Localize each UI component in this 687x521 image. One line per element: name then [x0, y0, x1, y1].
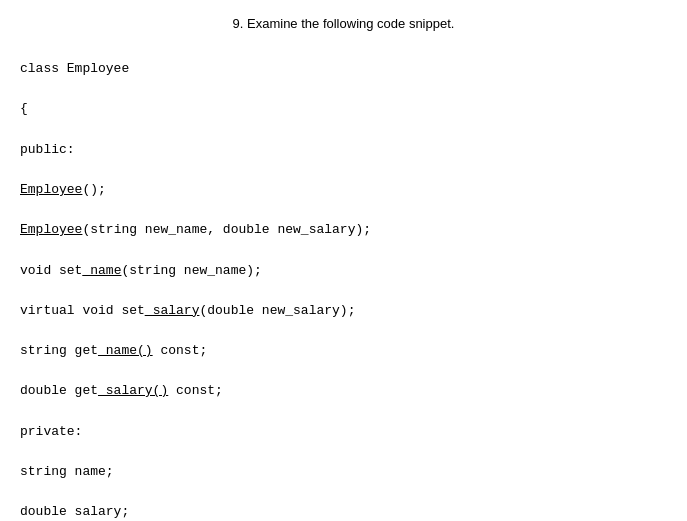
code-line-1: class Employee [20, 61, 129, 76]
code-line-6: void set_name(string new_name); [20, 263, 262, 278]
code-line-8: string get_name() const; [20, 343, 207, 358]
code-line-12: double salary; [20, 504, 129, 519]
code-line-5: Employee(string new_name, double new_sal… [20, 222, 371, 237]
code-line-4: Employee(); [20, 182, 106, 197]
code-block: class Employee { public: Employee(); Emp… [20, 39, 667, 521]
code-line-9: double get_salary() const; [20, 383, 223, 398]
code-line-7: virtual void set_salary(double new_salar… [20, 303, 355, 318]
code-line-2: { [20, 101, 28, 116]
code-line-11: string name; [20, 464, 114, 479]
header-text: 9. Examine the following code snippet. [233, 16, 455, 31]
code-line-3: public: [20, 142, 75, 157]
code-line-10: private: [20, 424, 82, 439]
question-header: 9. Examine the following code snippet. [20, 16, 667, 31]
